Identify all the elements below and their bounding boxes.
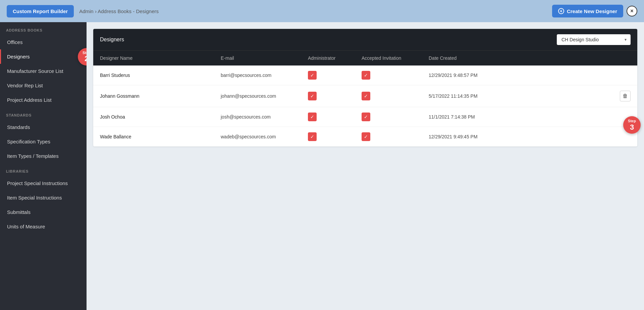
- table-row: Josh Ochoa josh@specsources.com ✓ ✓ 11/1…: [93, 107, 637, 127]
- sidebar-item-label-item-types-templates: Item Types / Templates: [7, 153, 59, 159]
- top-bar-left: Custom Report Builder Admin › Address Bo…: [7, 5, 159, 17]
- top-bar: Custom Report Builder Admin › Address Bo…: [0, 0, 644, 22]
- col-header-accepted-invitation: Accepted Invitation: [362, 55, 429, 61]
- create-new-designer-button[interactable]: + Create New Designer: [552, 5, 623, 17]
- cell-designer-name: Wade Ballance: [100, 134, 221, 139]
- sidebar-item-label-submittals: Submittals: [7, 209, 31, 215]
- cell-email: wadeb@specsources.com: [221, 134, 308, 139]
- sidebar-item-label-vendor-rep-list: Vendor Rep List: [7, 83, 43, 88]
- step-2-badge: Step2: [78, 48, 87, 65]
- admin-check-icon: ✓: [308, 92, 317, 100]
- sidebar-item-submittals[interactable]: Submittals: [0, 205, 87, 219]
- col-header-administrator: Administrator: [308, 55, 362, 61]
- sidebar-item-offices[interactable]: Offices: [0, 35, 87, 49]
- admin-check-icon: ✓: [308, 113, 317, 121]
- invitation-check-icon: ✓: [362, 71, 370, 80]
- admin-check-icon: ✓: [308, 71, 317, 80]
- cell-designer-name: Johann Gossmann: [100, 93, 221, 99]
- cell-administrator: ✓: [308, 92, 362, 100]
- sidebar-item-item-types-templates[interactable]: Item Types / Templates: [0, 149, 87, 163]
- cell-accepted-invitation: ✓: [362, 71, 429, 80]
- col-header-date-created: Date Created: [429, 55, 631, 61]
- table-rows: Barri Studerus barri@specsources.com ✓ ✓…: [93, 65, 637, 146]
- sidebar-item-project-special-instructions[interactable]: Project Special Instructions: [0, 176, 87, 190]
- close-button[interactable]: ×: [627, 6, 637, 16]
- sidebar-item-standards[interactable]: Standards: [0, 120, 87, 134]
- invitation-check-icon: ✓: [362, 92, 370, 100]
- cell-designer-name: Barri Studerus: [100, 73, 221, 78]
- cell-administrator: ✓: [308, 113, 362, 121]
- sidebar: ADDRESS BOOKSOfficesDesignersStep2Manufa…: [0, 22, 87, 310]
- step-3-badge: Step 3: [623, 116, 641, 134]
- sidebar-item-project-address-list[interactable]: Project Address List: [0, 93, 87, 107]
- custom-report-button[interactable]: Custom Report Builder: [7, 5, 74, 17]
- invitation-check-icon: ✓: [362, 132, 370, 141]
- cell-date-created: 5/17/2022 11:14:35 PM: [429, 93, 617, 99]
- sidebar-item-designers[interactable]: DesignersStep2: [0, 49, 87, 64]
- cell-accepted-invitation: ✓: [362, 113, 429, 121]
- admin-check-icon: ✓: [308, 132, 317, 141]
- sidebar-section-label-2: LIBRARIES: [0, 163, 87, 176]
- cell-date-created: 11/1/2021 7:14:38 PM: [429, 114, 617, 120]
- create-new-label: Create New Designer: [567, 8, 617, 14]
- sidebar-item-label-project-address-list: Project Address List: [7, 97, 52, 103]
- cell-email: barri@specsources.com: [221, 73, 308, 78]
- table-title: Designers: [100, 37, 124, 43]
- sidebar-item-label-units-of-measure: Units of Measure: [7, 224, 45, 229]
- cell-action: 🗑: [617, 91, 631, 101]
- sidebar-item-vendor-rep-list[interactable]: Vendor Rep List: [0, 78, 87, 93]
- table-row: Barri Studerus barri@specsources.com ✓ ✓…: [93, 65, 637, 85]
- sidebar-section-label-0: ADDRESS BOOKS: [0, 22, 87, 35]
- studio-select-wrapper: CH Design StudioOther Studio ▾: [557, 34, 631, 45]
- sidebar-item-specification-types[interactable]: Specification Types: [0, 134, 87, 149]
- sidebar-item-label-manufacturer-source-list: Manufacturer Source List: [7, 68, 63, 74]
- col-header-name: Designer Name: [100, 55, 221, 61]
- breadcrumb-separator: ›: [95, 8, 98, 14]
- delete-row-button[interactable]: 🗑: [620, 91, 631, 101]
- breadcrumb-page: Address Books - Designers: [98, 8, 159, 14]
- sidebar-item-label-specification-types: Specification Types: [7, 139, 50, 144]
- cell-accepted-invitation: ✓: [362, 92, 429, 100]
- top-bar-right: + Create New Designer ×: [552, 5, 637, 17]
- designers-table-panel: Designers CH Design StudioOther Studio ▾…: [93, 29, 637, 146]
- cell-email: josh@specsources.com: [221, 114, 308, 120]
- sidebar-section-label-1: STANDARDS: [0, 107, 87, 120]
- content-area: Designers CH Design StudioOther Studio ▾…: [87, 22, 644, 310]
- sidebar-item-manufacturer-source-list[interactable]: Manufacturer Source List: [0, 64, 87, 78]
- cell-date-created: 12/29/2021 9:48:57 PM: [429, 73, 617, 78]
- sidebar-item-label-standards: Standards: [7, 124, 30, 130]
- column-headers: Designer Name E-mail Administrator Accep…: [93, 50, 637, 65]
- breadcrumb: Admin › Address Books - Designers: [79, 8, 159, 14]
- step-3-number: 3: [630, 124, 634, 131]
- step-2-number: 2: [85, 55, 87, 62]
- col-header-email: E-mail: [221, 55, 308, 61]
- cell-date-created: 12/29/2021 9:49:45 PM: [429, 134, 617, 139]
- sidebar-item-label-item-special-instructions: Item Special Instructions: [7, 195, 62, 201]
- sidebar-item-label-designers: Designers: [7, 54, 30, 59]
- sidebar-item-units-of-measure[interactable]: Units of Measure: [0, 219, 87, 234]
- main-layout: ADDRESS BOOKSOfficesDesignersStep2Manufa…: [0, 22, 644, 310]
- cell-administrator: ✓: [308, 71, 362, 80]
- table-row: Johann Gossmann johann@specsources.com ✓…: [93, 85, 637, 107]
- cell-accepted-invitation: ✓: [362, 132, 429, 141]
- invitation-check-icon: ✓: [362, 113, 370, 121]
- sidebar-item-label-offices: Offices: [7, 39, 22, 45]
- table-top-bar: Designers CH Design StudioOther Studio ▾: [93, 29, 637, 50]
- studio-select[interactable]: CH Design StudioOther Studio: [557, 34, 631, 45]
- cell-designer-name: Josh Ochoa: [100, 114, 221, 120]
- cell-administrator: ✓: [308, 132, 362, 141]
- plus-circle-icon: +: [558, 8, 564, 14]
- cell-email: johann@specsources.com: [221, 93, 308, 99]
- sidebar-item-item-special-instructions[interactable]: Item Special Instructions: [0, 190, 87, 205]
- table-row: Wade Ballance wadeb@specsources.com ✓ ✓ …: [93, 127, 637, 146]
- breadcrumb-root: Admin: [79, 8, 94, 14]
- sidebar-item-label-project-special-instructions: Project Special Instructions: [7, 180, 68, 186]
